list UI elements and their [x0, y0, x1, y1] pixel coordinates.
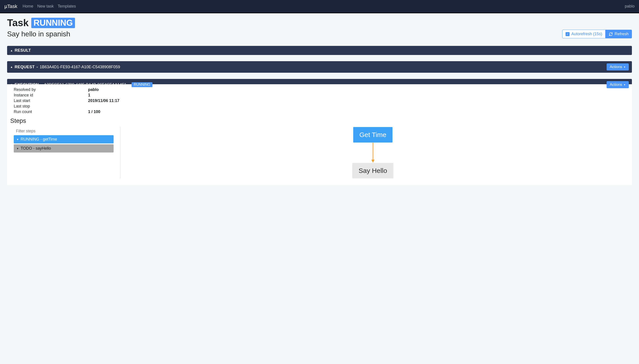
panel-result-label: RESULT [15, 48, 31, 53]
execution-status-badge: RUNNING [132, 82, 153, 87]
panel-execution-sep2: - [128, 82, 130, 87]
user-name[interactable]: pablo [625, 4, 634, 9]
caret-down-icon: ▼ [17, 147, 19, 150]
caret-down-icon: ▼ [623, 84, 626, 86]
task-subtitle: Say hello in spanish [7, 30, 562, 38]
kv-last-stop: Last stop [14, 104, 625, 108]
kv-resolved-by: Resolved by pablo [14, 87, 625, 92]
panel-result-header[interactable]: ▲ RESULT [7, 46, 632, 55]
actions-label: Actions [610, 65, 622, 69]
status-badge: RUNNING [31, 18, 75, 28]
caret-up-icon: ▲ [10, 66, 13, 68]
caret-down-icon: ▼ [10, 83, 13, 86]
svg-marker-1 [372, 160, 375, 163]
arrow-down-icon [371, 143, 375, 163]
execution-actions-button[interactable]: Actions ▼ [607, 81, 629, 88]
flow-node-gettime[interactable]: Get Time [353, 127, 393, 142]
steps-title: Steps [10, 117, 625, 124]
execution-body: Resolved by pablo Instance id 1 Last sta… [7, 84, 632, 185]
nav-templates[interactable]: Templates [58, 4, 76, 9]
kv-run-count: Run count 1 / 100 [14, 110, 625, 114]
filter-steps-input[interactable] [14, 127, 114, 135]
panel-request-sep: - [36, 65, 38, 70]
refresh-icon [609, 32, 613, 36]
nav-new-task[interactable]: New task [37, 4, 54, 9]
navbar: µTask Home New task Templates pablo [0, 0, 639, 13]
kv-last-start: Last start 2019/11/06 11:17 [14, 98, 625, 103]
refresh-button[interactable]: Refresh [605, 30, 632, 38]
caret-down-icon: ▼ [623, 66, 626, 68]
caret-down-icon: ▼ [17, 138, 19, 141]
panel-request-header[interactable]: ▲ REQUEST - 1B63A4D1-FE93-4167-A10E-C543… [7, 61, 632, 73]
caret-up-icon: ▲ [10, 49, 13, 52]
page-title: Task [7, 17, 29, 28]
panel-request-id: 1B63A4D1-FE93-4167-A10E-C5438908F059 [40, 65, 120, 70]
actions-label: Actions [610, 82, 622, 87]
panel-execution-sep: - [41, 82, 42, 87]
nav-home[interactable]: Home [23, 4, 33, 9]
flow-node-sayhello[interactable]: Say Hello [352, 163, 393, 178]
steps-list: ▼ RUNNING - getTime ▼ TODO - sayHello [14, 127, 114, 178]
autorefresh-toggle[interactable]: ✓ Autorefresh (15s) [562, 30, 605, 38]
autorefresh-label: Autorefresh (15s) [571, 32, 602, 36]
step-label: RUNNING - getTime [21, 137, 57, 142]
step-label: TODO - sayHello [21, 146, 51, 151]
check-icon: ✓ [565, 32, 569, 36]
step-item-gettime[interactable]: ▼ RUNNING - getTime [14, 135, 114, 144]
brand[interactable]: µTask [5, 4, 17, 9]
refresh-label: Refresh [614, 32, 628, 36]
panel-execution-id: A2DFCE11-6799-4485-BA4B-96EA5EAA14F1 [44, 82, 126, 87]
panel-execution-label: EXECUTION [15, 82, 39, 87]
step-item-sayhello[interactable]: ▼ TODO - sayHello [14, 144, 114, 152]
flow-diagram: Get Time Say Hello [120, 127, 625, 178]
kv-instance-id: Instance id 1 [14, 93, 625, 98]
panel-request-label: REQUEST [15, 65, 35, 70]
request-actions-button[interactable]: Actions ▼ [607, 64, 629, 70]
